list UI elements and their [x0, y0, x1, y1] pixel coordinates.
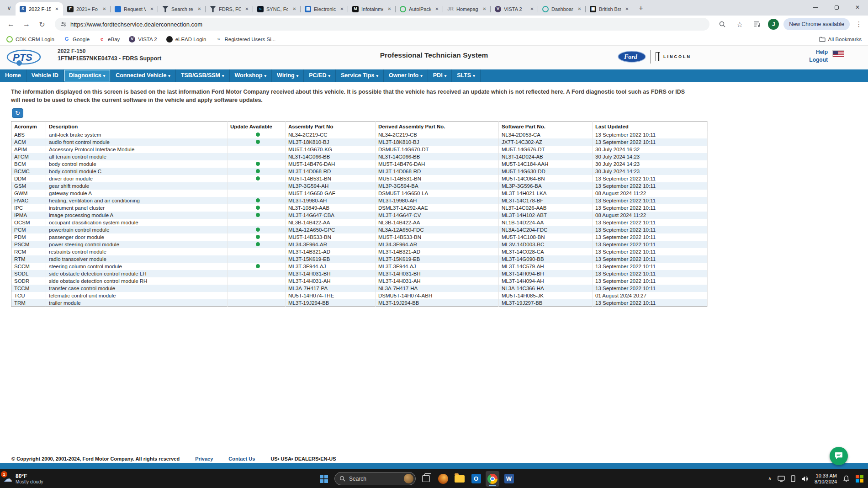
- browser-tab[interactable]: VVISTA 2✕: [491, 2, 538, 16]
- bookmark-item[interactable]: GGoogle: [64, 36, 90, 42]
- tab-close-icon[interactable]: ✕: [53, 5, 60, 12]
- cell-software: ML3T-14C579-AH: [499, 263, 593, 270]
- nav-item-pdi[interactable]: PDI▾: [428, 69, 452, 82]
- cell-derived: ML3T-15K619-EB: [376, 255, 499, 263]
- cell-assembly: ML3T-19980-AH: [286, 197, 376, 204]
- all-bookmarks-button[interactable]: All Bookmarks: [819, 37, 862, 42]
- bookmark-item[interactable]: eeBay: [99, 36, 120, 42]
- taskbar-search-box[interactable]: Search: [334, 472, 416, 485]
- nav-item-pc-ed[interactable]: PC/ED▾: [304, 69, 336, 82]
- chrome-taskbar-button[interactable]: [486, 471, 499, 487]
- cell-software: MU5T-14C184-AAH: [499, 160, 593, 168]
- tab-close-icon[interactable]: ✕: [196, 5, 203, 12]
- privacy-link[interactable]: Privacy: [195, 456, 213, 461]
- forward-button[interactable]: →: [20, 18, 33, 31]
- search-highlight-icon[interactable]: [404, 474, 413, 483]
- bookmark-star-icon[interactable]: ☆: [733, 18, 746, 31]
- bookmark-item[interactable]: eLEAD Login: [166, 36, 206, 42]
- cell-update: [228, 219, 286, 226]
- tab-close-icon[interactable]: ✕: [386, 5, 393, 12]
- nav-item-vehicle-id[interactable]: Vehicle ID: [26, 69, 64, 82]
- widgets-icon[interactable]: [856, 475, 863, 483]
- bookmark-item[interactable]: CDK CRM Login: [6, 36, 54, 42]
- site-info-icon[interactable]: [60, 21, 67, 27]
- nav-item-wiring[interactable]: Wiring▾: [272, 69, 304, 82]
- tray-display-icon[interactable]: [778, 476, 785, 482]
- nav-item-diagnostics[interactable]: Diagnostics▾: [64, 69, 111, 82]
- refresh-button[interactable]: ↻: [12, 108, 23, 118]
- cell-updated: 13 September 2022 10:11: [593, 270, 708, 277]
- table-row: BCMCbody control module CML3T-14D068-RDM…: [11, 168, 708, 175]
- tab-close-icon[interactable]: ✕: [576, 5, 583, 12]
- media-controls-icon[interactable]: [751, 18, 763, 31]
- hidden-icons-chevron[interactable]: ∧: [768, 476, 772, 482]
- browser-tab[interactable]: S2022 F-15✕: [16, 2, 63, 16]
- browser-tab[interactable]: ▤Electronic✕: [301, 2, 348, 16]
- browser-tab[interactable]: FDRS, FOR✕: [206, 2, 253, 16]
- live-chat-button[interactable]: [830, 447, 848, 465]
- tab-close-icon[interactable]: ✕: [624, 5, 630, 12]
- nav-item-owner-info[interactable]: Owner Info▾: [384, 69, 428, 82]
- contact-link[interactable]: Contact Us: [228, 456, 255, 461]
- chrome-update-pill[interactable]: New Chrome available: [783, 18, 850, 30]
- maximize-button[interactable]: [826, 0, 847, 15]
- weather-widget[interactable]: ☁ 1 80°F Mostly cloudy: [0, 473, 43, 484]
- tab-close-icon[interactable]: ✕: [148, 5, 155, 12]
- browser-tab[interactable]: Search res✕: [158, 2, 206, 16]
- notifications-icon[interactable]: [843, 475, 850, 482]
- tab-close-icon[interactable]: ✕: [339, 5, 345, 12]
- reload-button[interactable]: ↻: [36, 18, 48, 31]
- lincoln-wordmark: LINCOLN: [663, 54, 691, 59]
- back-button[interactable]: ←: [5, 18, 17, 31]
- cell-assembly: ML3T-14G647-CBA: [286, 212, 376, 219]
- minimize-button[interactable]: [805, 0, 826, 15]
- nav-item-tsb-gsb-ssm[interactable]: TSB/GSB/SSM▾: [176, 69, 230, 82]
- nav-item-label: TSB/GSB/SSM: [181, 70, 220, 81]
- browser-tab[interactable]: MInfotainme✕: [348, 2, 396, 16]
- cell-acronym: DDM: [11, 175, 46, 182]
- cell-assembly: MU5T-14G650-GAF: [286, 190, 376, 197]
- logout-link[interactable]: Logout: [809, 56, 828, 64]
- nav-item-home[interactable]: Home: [0, 69, 26, 82]
- taskbar-clock[interactable]: 10:33 AM 8/10/2024: [815, 473, 837, 485]
- profile-avatar[interactable]: J: [768, 19, 779, 30]
- address-bar[interactable]: https://www.fordtechservice.dealerconnec…: [55, 18, 709, 31]
- start-button[interactable]: [320, 475, 328, 483]
- browser-tab[interactable]: JRHomepag✕: [443, 2, 491, 16]
- firefox-taskbar-button[interactable]: [436, 471, 450, 487]
- word-taskbar-button[interactable]: W: [502, 471, 516, 487]
- nav-item-slts[interactable]: SLTS▾: [452, 69, 481, 82]
- tab-favicon: M: [352, 6, 359, 12]
- outlook-taskbar-button[interactable]: O: [469, 471, 483, 487]
- tab-close-icon[interactable]: ✕: [529, 5, 535, 12]
- tab-close-icon[interactable]: ✕: [481, 5, 488, 12]
- cell-update: [228, 226, 286, 233]
- cell-software: NL3A-14C204-FDC: [499, 226, 593, 233]
- tab-close-icon[interactable]: ✕: [434, 5, 440, 12]
- tab-close-icon[interactable]: ✕: [101, 5, 108, 12]
- tab-close-icon[interactable]: ✕: [243, 5, 250, 12]
- new-tab-button[interactable]: +: [635, 2, 647, 14]
- browser-tab[interactable]: F2021+ For✕: [63, 2, 111, 16]
- help-link[interactable]: Help: [809, 48, 828, 56]
- nav-item-service-tips[interactable]: Service Tips▾: [336, 69, 384, 82]
- browser-menu-icon[interactable]: ⋮: [854, 20, 863, 28]
- close-button[interactable]: ✕: [847, 0, 868, 15]
- bookmark-item[interactable]: VVISTA 2: [129, 36, 157, 42]
- browser-tab[interactable]: Request V✕: [111, 2, 158, 16]
- file-explorer-taskbar-button[interactable]: [453, 471, 466, 487]
- zoom-search-icon[interactable]: [716, 18, 729, 31]
- tab-search-icon[interactable]: ∨: [3, 1, 16, 14]
- browser-tab[interactable]: Dashboar✕: [538, 2, 586, 16]
- volume-icon[interactable]: [801, 476, 809, 482]
- browser-tab[interactable]: AutoiPack✕: [396, 2, 443, 16]
- us-flag-icon[interactable]: [832, 50, 844, 57]
- bookmark-item[interactable]: »Registered Users Si...: [215, 36, 275, 42]
- nav-item-workshop[interactable]: Workshop▾: [230, 69, 272, 82]
- task-view-button[interactable]: [422, 475, 430, 482]
- tray-phone-icon[interactable]: [791, 475, 795, 482]
- tab-close-icon[interactable]: ✕: [291, 5, 298, 12]
- nav-item-connected-vehicle[interactable]: Connected Vehicle▾: [111, 69, 176, 82]
- browser-tab[interactable]: sSYNC, For✕: [253, 2, 301, 16]
- browser-tab[interactable]: ▦British Bra✕: [586, 2, 633, 16]
